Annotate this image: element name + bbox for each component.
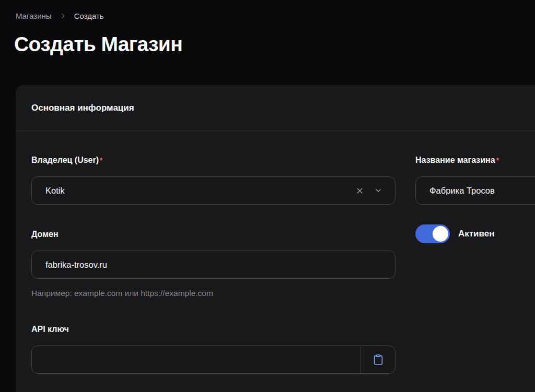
api-key-input-group	[31, 346, 396, 374]
toggle-knob	[433, 226, 448, 242]
form-column-right: Название магазина* Активен	[415, 155, 535, 374]
api-key-label: API ключ	[31, 324, 396, 335]
required-asterisk: *	[496, 156, 499, 164]
owner-select[interactable]: Kotik	[31, 176, 396, 205]
active-toggle-row: Активен	[415, 224, 535, 243]
card-header-title: Основная информация	[31, 103, 134, 113]
api-key-input[interactable]	[32, 346, 360, 373]
clipboard-icon	[373, 353, 384, 366]
create-store-page: Магазины Создать Создать Магазин Основна…	[0, 0, 535, 392]
domain-helper-text: Например: example.com или https://exampl…	[31, 288, 396, 298]
store-name-field: Название магазина*	[415, 155, 535, 205]
breadcrumb-item-create[interactable]: Создать	[74, 11, 104, 20]
owner-label: Владелец (User)*	[31, 155, 396, 165]
owner-field: Владелец (User)* Kotik	[31, 155, 396, 205]
domain-field: Домен Например: example.com или https://…	[31, 229, 396, 298]
card-body: Владелец (User)* Kotik	[16, 131, 535, 374]
store-name-input[interactable]	[415, 176, 535, 205]
owner-select-icons	[355, 186, 382, 195]
required-asterisk: *	[100, 156, 102, 164]
owner-label-text: Владелец (User)	[31, 156, 99, 164]
active-toggle-label: Активен	[458, 229, 495, 239]
card-header: Основная информация	[16, 85, 535, 131]
form-column-left: Владелец (User)* Kotik	[31, 155, 396, 374]
breadcrumb: Магазины Создать	[16, 11, 104, 20]
chevron-right-icon	[60, 13, 66, 19]
page-title: Создать Магазин	[14, 33, 182, 56]
chevron-down-icon[interactable]	[374, 186, 382, 195]
domain-input[interactable]	[31, 251, 396, 279]
store-name-label-text: Название магазина	[415, 156, 495, 164]
store-name-label: Название магазина*	[415, 155, 535, 165]
breadcrumb-item-stores[interactable]: Магазины	[16, 11, 52, 20]
api-key-field: API ключ	[31, 324, 396, 374]
domain-label: Домен	[31, 229, 396, 240]
x-icon[interactable]	[355, 186, 364, 195]
active-toggle[interactable]	[415, 224, 450, 243]
copy-api-key-button[interactable]	[360, 346, 395, 373]
main-info-card: Основная информация Владелец (User)* Kot…	[16, 85, 535, 392]
owner-select-value: Kotik	[45, 186, 355, 196]
